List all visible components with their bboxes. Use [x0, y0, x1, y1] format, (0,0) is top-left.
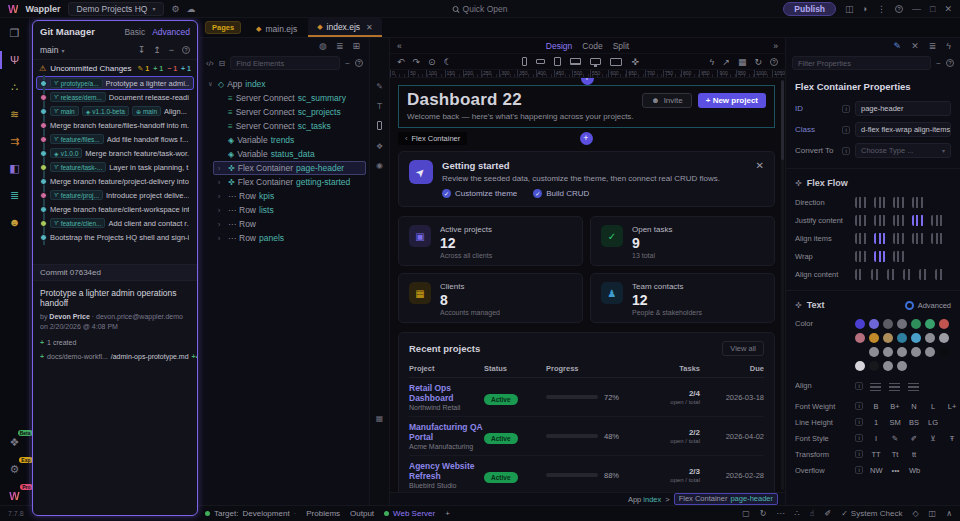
more-icon[interactable]: ⋯ — [776, 509, 784, 518]
color-swatch[interactable] — [925, 347, 935, 357]
project-selector[interactable]: Demo Projects HQ▾ — [68, 2, 165, 16]
mobile-portrait-icon[interactable] — [522, 57, 527, 66]
droplet-icon[interactable]: ◗ — [863, 4, 868, 14]
color-swatch[interactable] — [869, 319, 879, 329]
project-row[interactable]: Manufacturing QA PortalAcme Manufacturin… — [409, 417, 764, 456]
tree-node[interactable]: ∨ ◇ Appindex — [203, 77, 366, 91]
ref-label[interactable]: ϒrelease/dem... — [50, 92, 106, 102]
tree-node[interactable]: ≡ Server Connectsc_tasks — [213, 119, 366, 133]
flex-option-button[interactable] — [931, 233, 943, 244]
uncommitted-changes-row[interactable]: ⚠ Uncommitted Changes ✎ 1+ 1− 1+ 1 — [33, 60, 197, 76]
breadcrumb-current[interactable]: Flex Containerpage-header — [674, 493, 778, 505]
column-header[interactable]: Project — [409, 364, 484, 373]
tree-node[interactable]: ≡ Server Connectsc_summary — [213, 91, 366, 105]
text-tool-icon[interactable]: T — [377, 101, 382, 111]
commit-row[interactable]: Bootstrap the Projects HQ shell and sign… — [36, 230, 194, 244]
commit-row[interactable]: ◈v1.0.0Merge branch feature/task-wor... — [36, 146, 194, 160]
option-button[interactable]: SM — [889, 418, 901, 427]
bolt-icon[interactable]: ϟ — [710, 57, 715, 67]
page-header-selection[interactable]: Dashboard 22 ☻Invite + New project Welco… — [398, 85, 775, 128]
code-view-icon[interactable]: ‹/› — [206, 59, 214, 68]
color-swatch[interactable] — [939, 333, 949, 343]
option-button[interactable]: tt — [908, 450, 920, 459]
color-swatch[interactable] — [855, 361, 865, 371]
screenshot-icon[interactable]: ⊙ — [428, 57, 436, 67]
option-button[interactable]: Tt — [889, 450, 901, 459]
commit-row[interactable]: Merge branch feature/files-handoff into … — [36, 118, 194, 132]
advanced-toggle[interactable]: Advanced — [905, 301, 951, 310]
flex-option-button[interactable] — [893, 197, 905, 208]
dark-mode-moon-icon[interactable]: ☾ — [444, 57, 452, 67]
refresh-icon[interactable]: ↻ — [754, 57, 762, 67]
minimize-icon[interactable]: — — [912, 4, 921, 14]
layers-icon[interactable]: ≣ — [929, 41, 937, 51]
align-button[interactable] — [908, 382, 919, 391]
extensions-icon[interactable]: ❖Beta — [0, 433, 30, 451]
canvas-help-icon[interactable]: ? — [770, 58, 778, 66]
web-server-status[interactable]: Web Server — [384, 509, 435, 518]
view-mode-split[interactable]: Split — [613, 41, 630, 51]
expander-icon[interactable]: ∨ — [208, 80, 215, 88]
option-button[interactable]: B+ — [889, 402, 901, 411]
flex-option-button[interactable] — [874, 233, 886, 244]
column-header[interactable]: Progress — [546, 364, 654, 373]
flex-option-button[interactable] — [887, 269, 896, 280]
redo-icon[interactable]: ↷ — [413, 57, 421, 67]
convert-to-select[interactable]: Choose Type ...▾ — [855, 143, 951, 158]
tree-node[interactable]: › ⋯ Row — [213, 217, 366, 231]
option-button[interactable]: TT — [870, 450, 882, 459]
add-panel-button[interactable]: + — [445, 509, 450, 518]
changed-file-row[interactable]: + docs/demo-workfl... /admin-ops-prototy… — [33, 346, 197, 367]
git-help-icon[interactable]: ? — [182, 46, 190, 54]
theme-icon[interactable]: ❖ — [376, 142, 383, 151]
git-pull-icon[interactable]: ↧ — [138, 45, 146, 55]
settings-gear-icon[interactable]: ⚙ — [171, 4, 179, 14]
maximize-icon[interactable]: □ — [930, 4, 935, 14]
project-name[interactable]: Agency Website Refresh — [409, 461, 484, 481]
option-button[interactable]: L+ — [946, 402, 958, 411]
ai-assistant-icon[interactable]: ◍ — [319, 41, 327, 51]
color-swatch[interactable] — [925, 333, 935, 343]
database-icon[interactable]: ≋ — [0, 105, 30, 123]
check-item[interactable]: ✓Build CRUD — [533, 189, 589, 198]
view-mode-code[interactable]: Code — [582, 41, 602, 51]
option-button[interactable]: 1 — [870, 418, 882, 427]
grid-toggle-icon[interactable]: ▦ — [738, 57, 747, 67]
flex-option-button[interactable] — [855, 269, 864, 280]
publish-button[interactable]: Publish — [783, 2, 836, 16]
design-icon[interactable]: ◧ — [0, 159, 30, 177]
brush-icon[interactable]: ✐ — [824, 509, 831, 518]
target-selector[interactable]: Target:Development· — [205, 509, 296, 518]
pages-panel-icon[interactable]: ❐ — [0, 24, 30, 42]
close-icon[interactable]: ✕ — [944, 4, 952, 14]
project-name[interactable]: Manufacturing QA Portal — [409, 422, 484, 442]
option-button[interactable]: BS — [908, 418, 920, 427]
filter-properties-input[interactable]: Filter Properties — [792, 56, 931, 70]
flex-option-button[interactable] — [871, 269, 880, 280]
flex-option-button[interactable] — [931, 215, 943, 226]
color-swatch[interactable] — [925, 319, 935, 329]
actions-bolt-icon[interactable]: ϟ — [946, 41, 951, 51]
ref-label[interactable]: ◈v1.0.0 — [50, 148, 82, 158]
color-swatch[interactable] — [883, 361, 893, 371]
flex-option-button[interactable] — [855, 251, 867, 262]
fit-size-icon[interactable]: ✜ — [631, 57, 639, 67]
color-swatch[interactable] — [855, 319, 865, 329]
help-icon[interactable]: ? — [895, 5, 903, 13]
canvas-scrollbar[interactable] — [781, 80, 784, 490]
commit-row[interactable]: Merge branch feature/client-workspace in… — [36, 202, 194, 216]
minus-icon[interactable]: − — [345, 59, 350, 68]
flex-option-button[interactable] — [855, 215, 867, 226]
tab-main-ejs[interactable]: ◆main.ejs — [247, 20, 306, 37]
color-swatch[interactable] — [911, 347, 921, 357]
flex-option-button[interactable] — [874, 197, 886, 208]
option-button[interactable]: B — [870, 402, 882, 411]
tree-node[interactable]: › ⋯ Rowlists — [213, 203, 366, 217]
wappler-pro-icon[interactable]: WPro — [0, 487, 30, 505]
column-header[interactable]: Due — [700, 364, 764, 373]
color-swatch[interactable] — [897, 333, 907, 343]
view-mode-design[interactable]: Design — [546, 41, 572, 51]
output-button[interactable]: Output — [350, 509, 374, 518]
approve-icon[interactable]: ☝ — [810, 509, 815, 518]
selected-element-tag[interactable]: ‹Flex Container — [398, 132, 467, 145]
